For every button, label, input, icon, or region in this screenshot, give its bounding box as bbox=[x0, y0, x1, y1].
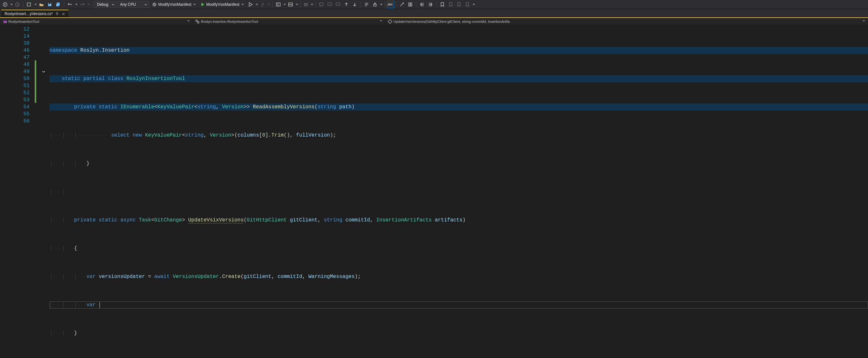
svg-text:C#: C# bbox=[4, 21, 7, 24]
indent-left-icon[interactable] bbox=[418, 1, 426, 8]
window-layout-icon[interactable] bbox=[275, 1, 282, 8]
svg-rect-17 bbox=[388, 20, 392, 24]
code-line: private static IEnumerable<KeyValuePair<… bbox=[50, 104, 868, 111]
open-folder-icon[interactable] bbox=[37, 1, 45, 8]
comment-icon bbox=[317, 1, 325, 8]
method-icon bbox=[388, 19, 392, 24]
code-line: namespace Roslyn.Insertion bbox=[50, 47, 868, 54]
pin-icon[interactable] bbox=[55, 11, 59, 16]
nav-member-label: UpdateVsixVersions(GitHttpClient gitClie… bbox=[394, 20, 510, 24]
save-icon[interactable] bbox=[46, 1, 54, 8]
svg-point-1 bbox=[16, 3, 19, 6]
start-without-debug-label: ModifyVsixManifest bbox=[206, 2, 239, 7]
gear-icon bbox=[152, 2, 157, 7]
intellisense-mode-button[interactable]: abc bbox=[387, 1, 394, 8]
solution-config-combo[interactable]: Debug bbox=[94, 1, 117, 8]
svg-rect-12 bbox=[410, 3, 412, 6]
redo-icon bbox=[78, 1, 86, 8]
code-line: │···│···│···········select·new·KeyValueP… bbox=[50, 132, 868, 139]
bookmark-prev-icon bbox=[447, 1, 455, 8]
format-icon[interactable] bbox=[363, 1, 370, 8]
code-editor[interactable]: 12 14 38 46 47 48 49 50 51 52 53 54 55 5… bbox=[0, 25, 868, 358]
svg-rect-11 bbox=[409, 3, 410, 6]
solution-platform-combo[interactable]: Any CPU bbox=[117, 1, 149, 8]
nav-type-label: Roslyn.Insertion.RoslynInsertionTool bbox=[201, 20, 258, 24]
code-line-current: │···│···│···var· bbox=[50, 301, 868, 308]
tab-title: RoslynInsert…yVersions.cs* bbox=[4, 11, 53, 16]
start-without-debug-button[interactable]: ModifyVsixManifest bbox=[198, 1, 246, 8]
bookmark-icon[interactable] bbox=[438, 1, 446, 8]
code-line: │···│···│···} bbox=[50, 160, 868, 167]
code-line: │···│···│···var·versionsUpdater·=·await·… bbox=[50, 273, 868, 280]
code-nav-bar: C# RoslynInsertionTool Roslyn.Insertion.… bbox=[0, 18, 868, 25]
code-line: │···│···} bbox=[50, 330, 868, 337]
play-icon bbox=[200, 2, 205, 7]
play-outline-icon[interactable] bbox=[247, 1, 254, 8]
intellisense-label: abc bbox=[388, 3, 393, 6]
nav-type-combo[interactable]: Roslyn.Insertion.RoslynInsertionTool bbox=[193, 18, 385, 25]
line-number-gutter: 12 14 38 46 47 48 49 50 51 52 53 54 55 5… bbox=[0, 25, 35, 358]
hot-reload-icon bbox=[259, 1, 267, 8]
class-icon bbox=[195, 19, 200, 24]
code-line: static partial class RoslynInsertionTool bbox=[50, 75, 868, 82]
lock-icon[interactable] bbox=[371, 1, 379, 8]
code-area[interactable]: namespace Roslyn.Insertion static partia… bbox=[50, 25, 868, 358]
arrow-down-icon[interactable] bbox=[351, 1, 359, 8]
svg-point-4 bbox=[153, 3, 155, 5]
close-icon[interactable] bbox=[61, 11, 66, 16]
comment-block-icon bbox=[334, 1, 342, 8]
svg-rect-5 bbox=[276, 3, 280, 6]
collapse-chevron-icon[interactable] bbox=[41, 69, 46, 74]
nav-forward-button bbox=[13, 1, 21, 8]
tool-2-icon[interactable] bbox=[406, 1, 414, 8]
svg-rect-3 bbox=[49, 3, 51, 4]
solution-platform-value: Any CPU bbox=[120, 2, 136, 7]
svg-rect-9 bbox=[336, 3, 340, 5]
code-line: │···│ bbox=[50, 188, 868, 195]
nav-scope-combo[interactable]: C# RoslynInsertionTool bbox=[0, 18, 193, 25]
nav-back-button[interactable] bbox=[1, 1, 9, 8]
undo-icon[interactable] bbox=[66, 1, 74, 8]
bookmark-clear-icon bbox=[464, 1, 471, 8]
svg-rect-10 bbox=[374, 4, 376, 6]
arrow-up-icon[interactable] bbox=[342, 1, 350, 8]
svg-rect-8 bbox=[328, 3, 332, 5]
tool-1-icon[interactable] bbox=[398, 1, 406, 8]
step-icon[interactable]: ▯▯ bbox=[302, 1, 309, 8]
indent-right-icon[interactable] bbox=[427, 1, 434, 8]
main-toolbar: Debug Any CPU ModifyVsixManifest ModifyV… bbox=[0, 0, 868, 9]
nav-member-combo[interactable]: UpdateVsixVersions(GitHttpClient gitClie… bbox=[385, 18, 868, 25]
bookmark-next-icon bbox=[455, 1, 463, 8]
csharp-project-icon: C# bbox=[3, 19, 7, 24]
svg-point-0 bbox=[3, 3, 7, 6]
nav-scope-label: RoslynInsertionTool bbox=[8, 20, 39, 24]
change-marker bbox=[35, 60, 36, 103]
document-tab-strip: RoslynInsert…yVersions.cs* bbox=[0, 9, 868, 17]
start-debug-label: ModifyVsixManifest bbox=[158, 2, 191, 7]
layout-2-icon[interactable] bbox=[287, 1, 294, 8]
text-caret bbox=[99, 302, 100, 308]
svg-rect-7 bbox=[319, 3, 323, 5]
new-project-icon[interactable] bbox=[25, 1, 33, 8]
save-all-icon[interactable] bbox=[54, 1, 62, 8]
editor-margin bbox=[35, 25, 50, 358]
code-line: │···│···private·static·async·Task<GitCha… bbox=[50, 217, 868, 224]
code-line: │···│···{ bbox=[50, 245, 868, 252]
active-document-tab[interactable]: RoslynInsert…yVersions.cs* bbox=[1, 10, 68, 17]
solution-config-value: Debug bbox=[97, 2, 108, 7]
uncomment-icon bbox=[326, 1, 334, 8]
start-debug-button[interactable]: ModifyVsixManifest bbox=[150, 1, 198, 8]
